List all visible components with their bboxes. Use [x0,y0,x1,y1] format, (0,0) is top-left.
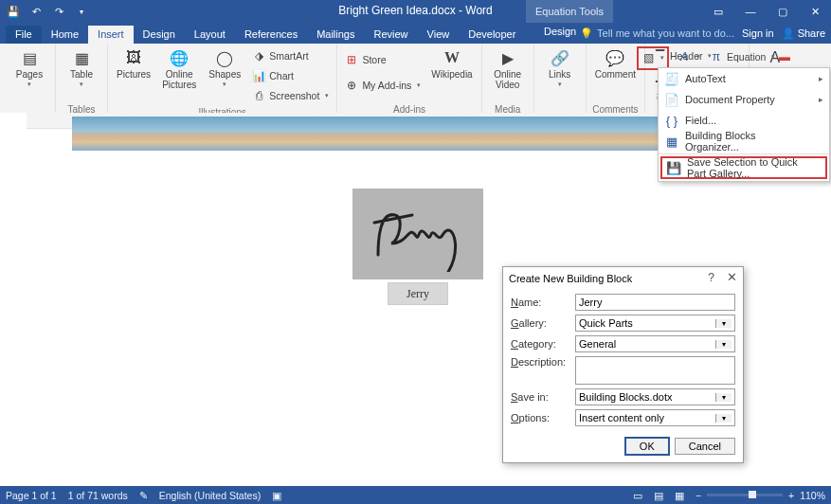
screenshot-icon: ⎙ [252,89,265,102]
undo-icon[interactable]: ↶ [27,2,45,21]
dialog-title-bar[interactable]: Create New Building Block ? ✕ [503,267,743,290]
label-options: Options: [511,412,575,423]
zoom-percent[interactable]: 110% [800,490,825,501]
my-addins-button[interactable]: ⊕My Add-ins▾ [342,75,424,95]
chevron-right-icon: ▸ [819,95,823,104]
wikipedia-button[interactable]: W Wikipedia [427,45,476,102]
pages-button[interactable]: ▤ Pages ▾ [9,45,50,102]
tab-layout[interactable]: Layout [185,26,235,44]
zoom-control[interactable]: − + 110% [696,490,825,501]
caption-text[interactable]: Jerry [388,282,448,305]
status-words[interactable]: 1 of 71 words [68,490,128,501]
spellcheck-icon[interactable]: ✎ [139,490,148,501]
cancel-button[interactable]: Cancel [675,438,735,455]
macro-icon[interactable]: ▣ [272,490,281,501]
screenshot-button[interactable]: ⎙Screenshot▾ [249,85,332,105]
zoom-out-icon[interactable]: − [696,490,701,501]
chevron-down-icon: ▾ [715,393,732,402]
online-pictures-button[interactable]: 🌐 OnlinePictures [158,45,200,102]
tab-references[interactable]: References [235,26,307,44]
zoom-in-icon[interactable]: + [788,490,794,501]
ribbon-options-icon[interactable]: ▭ [702,0,734,23]
tab-insert[interactable]: Insert [88,26,134,44]
share-button[interactable]: 👤 Share [782,27,825,40]
store-button[interactable]: ⊞Store [342,49,424,69]
menu-autotext[interactable]: 🧾 AutoText ▸ [659,68,829,89]
links-label: Links [549,69,570,80]
dialog-title: Create New Building Block [509,273,632,284]
minimize-icon[interactable]: — [734,0,767,23]
wordart-button[interactable]: A▾ [675,46,703,66]
tab-design[interactable]: Design [134,26,185,44]
name-field[interactable] [575,294,735,311]
ok-button[interactable]: OK [625,438,669,455]
chart-button[interactable]: 📊Chart [249,65,332,85]
comment-button[interactable]: 💬 Comment [591,45,640,102]
online-pictures-icon: 🌐 [170,48,189,67]
group-illustrations: 🖼 Pictures 🌐 OnlinePictures ◯ Shapes ▾ ⬗… [108,44,337,113]
group-addins: ⊞Store ⊕My Add-ins▾ W Wikipedia Add-ins [337,44,481,113]
sign-in-link[interactable]: Sign in [742,27,774,39]
pictures-button[interactable]: 🖼 Pictures [113,45,154,102]
description-field[interactable] [575,356,735,385]
store-icon: ⊞ [345,53,358,66]
options-combo[interactable]: Insert content only▾ [575,409,735,426]
view-print-icon[interactable]: ▤ [654,490,663,501]
dialog-close-icon[interactable]: ✕ [727,270,737,284]
shapes-button[interactable]: ◯ Shapes ▾ [204,45,245,102]
links-button[interactable]: 🔗 Links ▾ [539,45,581,102]
tab-developer[interactable]: Developer [459,26,525,44]
tab-mailings[interactable]: Mailings [307,26,364,44]
savein-combo[interactable]: Building Blocks.dotx▾ [575,388,735,405]
ribbon-more-icon[interactable]: ▬ [775,46,794,66]
view-web-icon[interactable]: ▦ [675,490,684,501]
addins-icon: ⊕ [345,79,358,92]
page-icon: ▤ [20,48,39,67]
view-read-icon[interactable]: ▭ [633,490,642,501]
label-savein: Save in: [511,391,575,403]
autotext-icon: 🧾 [664,71,679,86]
pictures-icon: 🖼 [124,48,143,67]
tab-file[interactable]: File [6,26,42,44]
ribbon-tab-strip: File Home Insert Design Layout Reference… [0,23,831,44]
online-video-button[interactable]: ▶ OnlineVideo [487,45,529,102]
qat-customize-icon[interactable]: ▾ [72,2,91,21]
comment-label: Comment [595,69,636,80]
status-language[interactable]: English (United States) [159,490,261,501]
tab-home[interactable]: Home [42,26,88,44]
shapes-icon: ◯ [215,48,234,67]
chevron-right-icon: ▸ [819,74,823,83]
ribbon: ▤ Pages ▾ ▦ Table ▾ Tables 🖼 Pictures 🌐 … [0,44,831,114]
menu-save-selection[interactable]: 💾 Save Selection to Quick Part Gallery..… [660,156,827,179]
pages-label: Pages [16,69,43,80]
maximize-icon[interactable]: ▢ [767,0,799,23]
quick-parts-dropdown: 🧾 AutoText ▸ 📄 Document Property ▸ { } F… [658,67,830,182]
save-icon[interactable]: 💾 [4,2,23,21]
tab-view[interactable]: View [418,26,460,44]
zoom-slider[interactable] [707,494,783,496]
menu-bb-organizer[interactable]: ▦ Building Blocks Organizer... [659,131,829,152]
close-icon[interactable]: ✕ [799,0,831,23]
tell-me-search[interactable]: 💡 Tell me what you want to do... [580,27,734,40]
group-media: ▶ OnlineVideo Media [482,44,534,113]
signature-image[interactable] [352,189,483,279]
group-pages: ▤ Pages ▾ [4,44,56,113]
wikipedia-icon: W [443,48,461,67]
category-combo[interactable]: General▾ [575,335,735,352]
dialog-help-icon[interactable]: ? [708,271,714,284]
group-links: 🔗 Links ▾ [534,44,587,113]
table-button[interactable]: ▦ Table ▾ [61,45,102,102]
menu-document-property[interactable]: 📄 Document Property ▸ [659,89,829,110]
redo-icon[interactable]: ↷ [49,2,68,21]
share-label: Share [798,27,825,39]
docprop-icon: 📄 [664,92,679,107]
status-page[interactable]: Page 1 of 1 [6,490,57,501]
chevron-down-icon: ▾ [715,414,732,423]
tab-review[interactable]: Review [365,26,418,44]
equation-button[interactable]: πEquation▾ [707,46,778,66]
smartart-button[interactable]: ⬗SmartArt [249,45,332,65]
menu-field[interactable]: { } Field... [659,110,829,131]
signature-glyph [361,196,475,272]
organizer-icon: ▦ [664,134,679,149]
gallery-combo[interactable]: Quick Parts▾ [575,315,735,332]
